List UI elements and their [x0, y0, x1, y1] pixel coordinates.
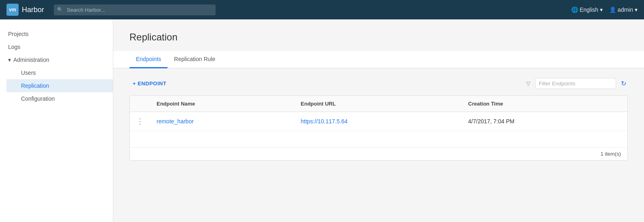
endpoints-table-container: Endpoint Name Endpoint URL Creation Time	[129, 95, 628, 161]
filter-input[interactable]	[535, 78, 616, 89]
main-content: Replication Endpoints Replication Rule +…	[113, 19, 644, 222]
top-navigation: vm Harbor 🌐 English ▾ 👤 admin ▾	[0, 0, 644, 19]
filter-area: ▽ ↻	[526, 78, 628, 89]
search-area	[54, 4, 216, 15]
user-icon: 👤	[609, 6, 616, 13]
sidebar-item-projects[interactable]: Projects	[0, 27, 113, 40]
chevron-down-icon: ▾	[635, 6, 638, 13]
page-title: Replication	[129, 32, 628, 43]
col-actions	[130, 96, 150, 112]
user-menu[interactable]: 👤 admin ▾	[609, 6, 638, 13]
table-footer: 1 item(s)	[130, 147, 627, 160]
sidebar: Projects Logs ▾ Administration Users Rep…	[0, 19, 113, 222]
tab-bar: Endpoints Replication Rule	[113, 51, 644, 68]
col-endpoint-url: Endpoint URL	[294, 96, 462, 112]
administration-label: Administration	[13, 57, 49, 63]
sidebar-administration-section[interactable]: ▾ Administration	[0, 53, 113, 66]
sidebar-administration-subitems: Users Replication Configuration	[0, 66, 113, 105]
search-input[interactable]	[54, 4, 216, 15]
add-endpoint-button[interactable]: + ENDPOINT	[129, 79, 169, 88]
tab-replication-rule[interactable]: Replication Rule	[167, 51, 222, 68]
sidebar-item-logs[interactable]: Logs	[0, 40, 113, 53]
endpoint-url-cell: https://10.117.5.64	[294, 112, 462, 131]
table-row: ⋮ remote_harbor https://10.117.5.64 4/7/…	[130, 112, 627, 131]
row-actions-menu[interactable]: ⋮	[130, 112, 150, 131]
topnav-right: 🌐 English ▾ 👤 admin ▾	[571, 6, 638, 13]
toolbar: + ENDPOINT ▽ ↻	[129, 78, 628, 89]
sidebar-item-configuration[interactable]: Configuration	[6, 92, 113, 105]
sidebar-item-users[interactable]: Users	[6, 66, 113, 79]
tab-endpoints[interactable]: Endpoints	[129, 51, 167, 68]
endpoint-name-cell[interactable]: remote_harbor	[150, 112, 294, 131]
language-label: English	[580, 6, 598, 13]
table-empty-row	[130, 131, 627, 147]
language-selector[interactable]: 🌐 English ▾	[571, 6, 603, 13]
chevron-down-icon: ▾	[600, 6, 603, 13]
app-layout: Projects Logs ▾ Administration Users Rep…	[0, 19, 644, 222]
col-endpoint-name: Endpoint Name	[150, 96, 294, 112]
table-body: ⋮ remote_harbor https://10.117.5.64 4/7/…	[130, 112, 627, 147]
table-header: Endpoint Name Endpoint URL Creation Time	[130, 96, 627, 112]
endpoint-created-cell: 4/7/2017, 7:04 PM	[462, 112, 627, 131]
logo-icon: vm	[6, 4, 19, 16]
user-label: admin	[618, 6, 633, 13]
app-logo[interactable]: vm Harbor	[6, 4, 44, 16]
col-creation-time: Creation Time	[462, 96, 627, 112]
sidebar-item-replication[interactable]: Replication	[6, 79, 113, 92]
refresh-button[interactable]: ↻	[619, 78, 628, 89]
filter-icon: ▽	[526, 80, 530, 87]
chevron-down-icon: ▾	[8, 57, 11, 63]
globe-icon: 🌐	[571, 6, 578, 13]
app-title: Harbor	[22, 6, 44, 14]
endpoints-table: Endpoint Name Endpoint URL Creation Time	[130, 96, 627, 147]
